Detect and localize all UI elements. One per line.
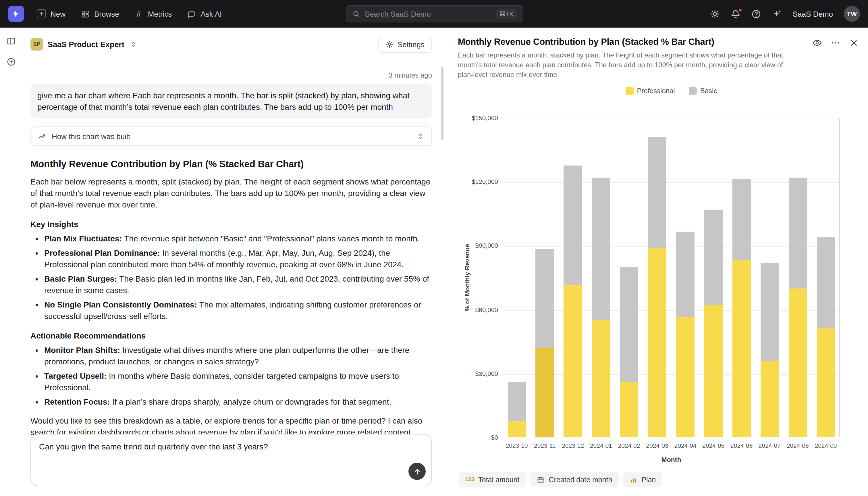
x-tick-label: 2024-02 [618,442,640,449]
how-built-label: How this chart was built [52,132,130,141]
chat-panel: SP SaaS Product Expert Settings 3 minute… [22,28,446,496]
chat-header: SP SaaS Product Expert Settings [22,28,446,53]
eye-icon[interactable] [812,38,822,48]
bar-2024-03-basic[interactable] [648,137,666,248]
bar-2024-06-professional[interactable] [733,260,751,437]
bar-2024-01-basic[interactable] [592,177,610,321]
app-logo[interactable] [8,6,24,22]
bullet-item: Plan Mix Fluctuates: The revenue split b… [44,233,432,244]
chat-scrollbar[interactable] [441,67,444,140]
bar-2024-05-basic[interactable] [704,211,723,306]
legend-item-professional[interactable]: Professional [626,87,675,95]
bar-2024-03-professional[interactable] [648,248,666,437]
bar-2024-07-basic[interactable] [760,263,779,361]
bar-2023-10-basic[interactable] [508,382,526,421]
legend-swatch [626,87,633,95]
field-tag-label: Created date month [549,476,612,484]
bar-2024-04-basic[interactable] [676,232,694,317]
bullet-item: No Single Plan Consistently Dominates: T… [44,299,432,322]
how-chart-built-expander[interactable]: How this chart was built [30,126,432,146]
nav-item-metrics[interactable]: #Metrics [134,9,172,18]
bar-2024-08-basic[interactable] [788,177,807,288]
bar-2024-08-professional[interactable] [788,288,807,437]
bullet-item: Professional Plan Dominance: In several … [44,247,432,270]
user-avatar[interactable]: TW [844,6,860,22]
legend-item-basic[interactable]: Basic [689,87,717,95]
close-icon[interactable] [849,38,859,48]
x-tick-label: 2024-01 [590,442,612,449]
notifications-bell-icon[interactable] [731,9,740,19]
topbar: +NewBrowse#MetricsAsk AI Search SaaS Dem… [0,0,868,28]
search-placeholder: Search SaaS Demo [365,10,491,18]
x-axis-title: Month [661,456,681,463]
x-tick-label: 2024-04 [674,442,696,449]
global-search-input[interactable]: Search SaaS Demo ⌘+K [346,5,523,22]
bar-2023-11-basic[interactable] [536,249,554,348]
settings-gear-icon[interactable] [710,9,720,19]
more-options-icon[interactable] [831,38,840,48]
bar-2024-05-professional[interactable] [704,305,723,437]
field-tag-total-amount[interactable]: 123Total amount [459,472,526,487]
search-shortcut-badge: ⌘+K [496,9,517,19]
chart-panel-header: Monthly Revenue Contribution by Plan (St… [458,37,799,80]
chart-legend: ProfessionalBasic [503,87,840,95]
chat-input-value: Can you give the same trend but quarterl… [39,442,268,451]
agent-selector[interactable]: SP SaaS Product Expert [30,38,137,50]
bar-2023-12-professional[interactable] [564,285,582,437]
nav-item-ask-ai[interactable]: Ask AI [187,9,222,18]
x-tick-label: 2024-03 [646,442,668,449]
y-tick-label: $0 [491,434,498,441]
bar-2024-04-professional[interactable] [676,317,694,437]
field-tag-label: Plan [641,476,656,484]
y-tick-label: $120,000 [472,178,498,185]
agent-settings-button[interactable]: Settings [378,36,432,53]
lightning-icon [12,9,21,18]
y-tick-label: $90,000 [475,242,498,249]
grid-icon [80,9,90,18]
new-thread-plus-icon[interactable] [6,57,16,67]
bar-2023-11-professional[interactable] [536,348,554,437]
field-tag-plan[interactable]: Plan [623,472,662,487]
numeric-field-icon: 123 [465,477,474,482]
plan-field-icon [629,476,637,484]
y-axis-title: % of Monthly Revenue [464,244,470,311]
nav-item-label: Browse [94,10,119,18]
bar-2024-01-professional[interactable] [592,320,610,437]
plot-area-wrap: % of Monthly Revenue Month $0$30,000$60,… [503,118,840,437]
x-tick-label: 2024-09 [815,442,837,449]
y-tick-label: $60,000 [475,306,498,313]
bar-2024-02-professional[interactable] [620,382,638,437]
bullet-item: Targeted Upsell: In months where Basic d… [44,370,432,393]
section-list: Plan Mix Fluctuates: The revenue split b… [30,233,432,322]
bar-2024-07-professional[interactable] [760,361,779,437]
bullet-item: Retention Focus: If a plan’s share drops… [44,396,432,408]
plus-box-icon: + [37,9,46,18]
sparkles-icon[interactable] [772,9,782,19]
bar-2023-10-professional[interactable] [508,421,526,437]
field-tag-created-date-month[interactable]: Created date month [530,472,618,487]
sidebar-toggle-icon[interactable] [6,36,16,46]
bar-2023-12-basic[interactable] [564,166,582,285]
nav-item-new[interactable]: +New [37,9,65,18]
left-rail [0,28,22,496]
legend-label: Basic [700,87,717,95]
bar-2024-06-basic[interactable] [733,179,751,260]
topbar-actions: SaaS Demo TW [710,6,860,22]
section-list: Monitor Plan Shifts: Investigate what dr… [30,344,432,407]
bar-2024-02-basic[interactable] [620,267,638,382]
send-button[interactable] [408,463,426,480]
nav-item-label: Metrics [148,10,172,18]
bar-2024-09-basic[interactable] [817,237,835,328]
field-tags-row: 123Total amountCreated date monthPlan [459,472,662,487]
agent-avatar: SP [30,38,43,50]
chat-input[interactable]: Can you give the same trend but quarterl… [30,434,432,486]
bullet-item: Basic Plan Surges: The Basic plan led in… [44,273,432,296]
response-intro: Each bar below represents a month, split… [30,176,432,210]
nav-item-browse[interactable]: Browse [80,9,119,18]
workspace-name[interactable]: SaaS Demo [793,10,833,18]
bar-2024-09-professional[interactable] [817,328,835,437]
help-icon[interactable] [751,9,761,19]
calendar-icon [536,476,545,484]
user-message: give me a bar chart where Each bar repre… [30,84,432,119]
nav-item-label: New [51,10,65,18]
